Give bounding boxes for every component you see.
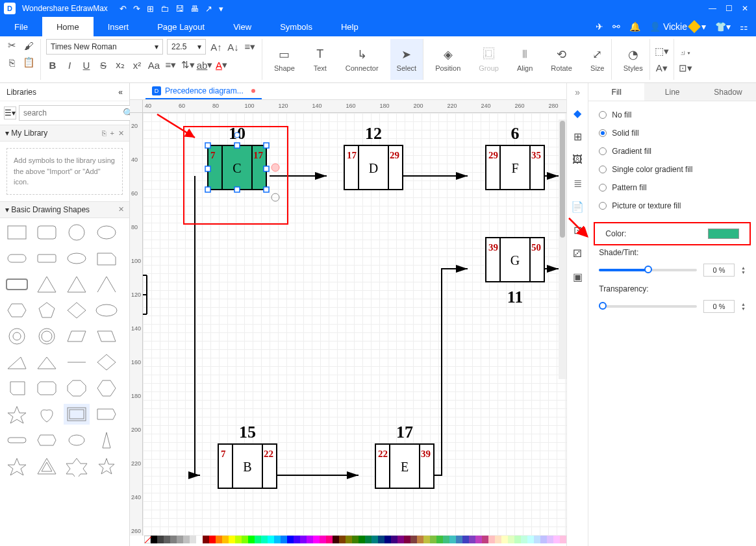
palette-swatch[interactable]	[190, 536, 196, 543]
align-icon[interactable]: ≡▾	[244, 40, 257, 53]
menu-help[interactable]: Help	[327, 17, 373, 36]
shape-0[interactable]	[4, 222, 30, 243]
undo-icon[interactable]: ↶	[120, 4, 127, 14]
bold-icon[interactable]: B	[46, 58, 59, 71]
paste-icon[interactable]: 📋	[22, 56, 35, 69]
palette-swatch[interactable]	[417, 536, 423, 543]
palette-swatch[interactable]	[261, 536, 268, 543]
palette-swatch[interactable]	[462, 536, 469, 543]
palette-swatch[interactable]	[521, 536, 527, 543]
redo-icon[interactable]: ↷	[133, 4, 140, 14]
shape-35[interactable]	[94, 430, 120, 451]
fill-option-picture-or-texture-fill[interactable]: Picture or texture fill	[599, 201, 746, 210]
palette-swatch[interactable]	[359, 536, 365, 543]
font-select[interactable]: Times New Roman▾	[46, 39, 163, 55]
palette-swatch[interactable]	[410, 536, 417, 543]
palette-swatch[interactable]	[495, 536, 501, 543]
palette-swatch[interactable]	[222, 536, 229, 543]
tab-shadow[interactable]: Shadow	[700, 83, 756, 101]
new-icon[interactable]: ⊞	[147, 4, 154, 14]
fill-option-single-color-gradient-fill[interactable]: Single color gradient fill	[599, 165, 746, 174]
palette-swatch[interactable]	[229, 536, 235, 543]
shape-25[interactable]	[34, 378, 60, 399]
shape-24[interactable]	[4, 378, 30, 399]
bring-front-icon[interactable]: ⬚▾	[655, 45, 668, 58]
palette-swatch[interactable]	[488, 536, 495, 543]
palette-swatch[interactable]	[268, 536, 274, 543]
tab-fill[interactable]: Fill	[588, 83, 644, 101]
basic-shapes-header[interactable]: ▾ Basic Drawing Shapes ✕	[0, 201, 129, 218]
menu-view[interactable]: View	[219, 17, 266, 36]
shade-slider[interactable]	[599, 269, 697, 271]
palette-swatch[interactable]	[469, 536, 475, 543]
tab-line[interactable]: Line	[644, 83, 700, 101]
my-library-header[interactable]: ▾ My Library ⎘+✕	[0, 125, 129, 142]
menu-home[interactable]: Home	[42, 17, 94, 36]
spacing-icon[interactable]: ⇅▾	[181, 58, 194, 71]
palette-swatch[interactable]	[404, 536, 410, 543]
layers-panel-icon[interactable]: ≣	[571, 177, 584, 190]
palette-swatch[interactable]	[235, 536, 242, 543]
print-icon[interactable]: 🖶	[190, 4, 199, 14]
palette-swatch[interactable]	[430, 536, 436, 543]
canvas[interactable]: C10717D121729F62935G113950B15722E172239	[143, 113, 566, 536]
import-icon[interactable]: ⎘	[102, 129, 107, 138]
fill-option-pattern-fill[interactable]: Pattern fill	[599, 183, 746, 192]
palette-swatch[interactable]	[346, 536, 352, 543]
shape-18[interactable]	[64, 326, 90, 347]
collapse-left-icon[interactable]: «	[118, 88, 123, 97]
shape-8[interactable]	[4, 274, 30, 295]
palette-swatch[interactable]	[209, 536, 216, 543]
send-icon[interactable]: ✈	[596, 21, 603, 32]
styles-tool[interactable]: ◔Styles	[617, 39, 650, 80]
shape-7[interactable]	[94, 248, 120, 269]
position-tool[interactable]: ◈Position	[429, 39, 467, 80]
shape-19[interactable]	[94, 326, 120, 347]
fill-option-no-fill[interactable]: No fill	[599, 110, 746, 119]
close-icon[interactable]: ✕	[742, 4, 748, 13]
palette-swatch[interactable]	[326, 536, 333, 543]
share-icon[interactable]: ⚯	[612, 21, 620, 32]
palette-swatch[interactable]	[274, 536, 281, 543]
category-icon[interactable]: ☰▾	[4, 106, 16, 119]
open-icon[interactable]: 🗀	[160, 4, 169, 14]
shape-32[interactable]	[4, 430, 30, 451]
shape-27[interactable]	[94, 378, 120, 399]
shade-input[interactable]: 0 %	[703, 264, 735, 277]
palette-swatch[interactable]	[527, 536, 534, 543]
shape-23[interactable]	[94, 352, 120, 373]
shape-28[interactable]	[4, 404, 30, 425]
palette-swatch[interactable]	[384, 536, 391, 543]
palette-swatch[interactable]	[378, 536, 384, 543]
user-menu[interactable]: 👤 Vickie ▾	[649, 21, 706, 32]
image-panel-icon[interactable]: 🖼	[571, 153, 584, 166]
shape-4[interactable]	[4, 248, 30, 269]
shape-6[interactable]	[64, 248, 90, 269]
palette-swatch[interactable]	[281, 536, 287, 543]
palette-swatch[interactable]	[177, 536, 183, 543]
palette-swatch[interactable]	[514, 536, 521, 543]
shape-26[interactable]	[64, 378, 90, 399]
shape-2[interactable]	[64, 222, 90, 243]
palette-swatch[interactable]	[255, 536, 261, 543]
save-icon[interactable]: 🖫	[175, 4, 184, 14]
connector-tool[interactable]: ↳Connector	[339, 39, 385, 80]
shape-tool[interactable]: ▭Shape	[268, 39, 301, 80]
palette-swatch[interactable]	[216, 536, 222, 543]
shape-14[interactable]	[64, 300, 90, 321]
close-section-icon[interactable]: ✕	[118, 129, 124, 138]
font-color-icon[interactable]: A▾	[215, 58, 228, 71]
highlight-icon[interactable]: ab▾	[198, 58, 211, 71]
palette-swatch[interactable]	[307, 536, 313, 543]
dropdown-icon[interactable]: ▾	[219, 4, 223, 14]
shape-17[interactable]	[34, 326, 60, 347]
palette-swatch[interactable]	[547, 536, 553, 543]
palette-swatch[interactable]	[339, 536, 346, 543]
search-input[interactable]	[19, 105, 137, 121]
transparency-slider[interactable]	[599, 305, 697, 308]
add-icon[interactable]: +	[110, 129, 114, 138]
export-icon[interactable]: ↗	[205, 4, 212, 14]
bullets-icon[interactable]: ≡▾	[164, 58, 177, 71]
shape-9[interactable]	[34, 274, 60, 295]
menu-file[interactable]: File	[0, 17, 42, 36]
